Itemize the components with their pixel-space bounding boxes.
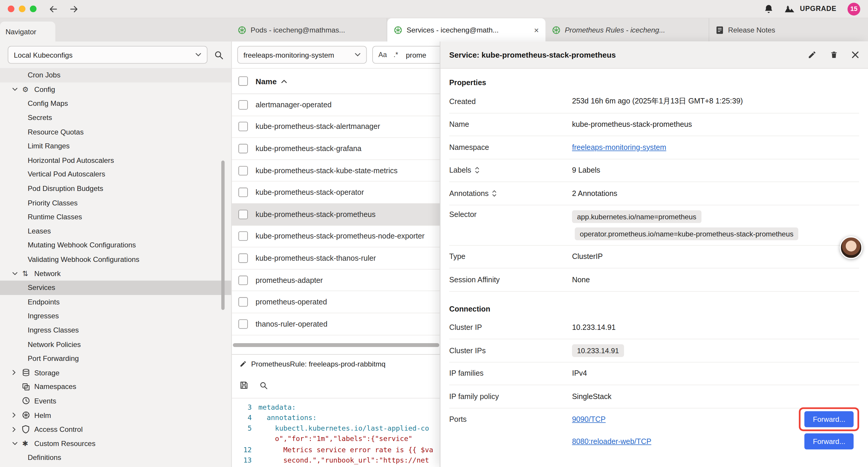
- annotations-label: Annotations: [449, 189, 489, 198]
- match-case-toggle[interactable]: Aa: [378, 51, 387, 59]
- sidebar-item-secrets[interactable]: Secrets: [0, 111, 231, 125]
- namespace-selector[interactable]: freeleaps-monitoring-system: [237, 46, 367, 63]
- sidebar-item-ingresses[interactable]: Ingresses: [0, 309, 231, 323]
- name-column-header[interactable]: Name: [255, 77, 277, 85]
- kubeconfig-selector[interactable]: Local Kubeconfigs: [8, 46, 208, 63]
- sidebar-item-vertical-pod-autoscalers[interactable]: Vertical Pod Autoscalers: [0, 167, 231, 181]
- sidebar-item-validating-webhook-configurations[interactable]: Validating Webhook Configurations: [0, 252, 231, 266]
- sidebar-item-custom-resources[interactable]: ✱ Custom Resources: [0, 436, 231, 450]
- notification-badge[interactable]: 15: [848, 2, 860, 15]
- code-line: second.","runbook_url":"https://net: [258, 455, 429, 466]
- sort-ascending-icon[interactable]: [281, 79, 287, 83]
- sidebar-item-leases[interactable]: Leases: [0, 224, 231, 238]
- storage-icon: [22, 369, 34, 377]
- row-checkbox[interactable]: [239, 188, 248, 197]
- sidebar-item-events[interactable]: Events: [0, 394, 231, 408]
- tab-pods[interactable]: Pods - icecheng@mathmas...: [231, 18, 387, 42]
- sidebar-item-services[interactable]: Services: [0, 281, 231, 295]
- edit-icon[interactable]: [808, 50, 816, 59]
- back-arrow-icon[interactable]: [49, 4, 58, 13]
- code-line: error rate in freeleaps metrics ser: [258, 466, 429, 467]
- cluster-ip-label: Cluster IP: [449, 323, 572, 332]
- zoom-window-button[interactable]: [30, 6, 36, 12]
- tab-release-notes[interactable]: Release Notes: [709, 18, 868, 42]
- sidebar-item-access-control[interactable]: Access Control: [0, 422, 231, 436]
- row-checkbox[interactable]: [239, 144, 248, 153]
- navigator-tree: Cron Jobs ⚙ Config Config Maps Secrets R…: [0, 68, 231, 465]
- tab-prometheus-rules[interactable]: Prometheus Rules - icecheng...: [546, 18, 709, 42]
- chevron-right-icon: [12, 427, 22, 432]
- row-checkbox[interactable]: [239, 254, 248, 263]
- search-icon[interactable]: [214, 50, 224, 59]
- forward-arrow-icon[interactable]: [69, 4, 79, 13]
- asterisk-icon: ✱: [22, 439, 34, 447]
- row-checkbox[interactable]: [239, 231, 248, 241]
- forward-button[interactable]: Forward...: [805, 433, 854, 449]
- expand-collapse-icon[interactable]: [492, 190, 497, 197]
- close-icon[interactable]: [851, 51, 859, 59]
- line-number: 14: [232, 466, 258, 467]
- type-row: Type ClusterIP: [449, 245, 859, 268]
- row-checkbox[interactable]: [239, 275, 248, 285]
- mountain-icon: [784, 5, 795, 13]
- sidebar-item-limit-ranges[interactable]: Limit Ranges: [0, 139, 231, 153]
- chevron-down-icon: [195, 53, 202, 57]
- close-window-button[interactable]: [8, 6, 14, 12]
- port-link[interactable]: 9090/TCP: [572, 415, 606, 423]
- namespace-label: Namespace: [449, 143, 572, 152]
- sidebar-item-priority-classes[interactable]: Priority Classes: [0, 196, 231, 210]
- chevron-right-icon: [12, 412, 22, 418]
- sidebar-scrollbar[interactable]: [221, 160, 224, 310]
- sidebar-item-mutating-webhook-configurations[interactable]: Mutating Webhook Configurations: [0, 238, 231, 252]
- expand-collapse-icon[interactable]: [474, 167, 479, 174]
- created-value: 253d 16h 6m ago (2025年1月13日 GMT+8 1:25:3…: [572, 96, 743, 107]
- sidebar-item-cron-jobs[interactable]: Cron Jobs: [0, 68, 231, 82]
- sidebar-item-helm[interactable]: Helm: [0, 408, 231, 422]
- horizontal-scrollbar[interactable]: [233, 343, 439, 347]
- sidebar-item-storage[interactable]: Storage: [0, 366, 231, 380]
- row-checkbox[interactable]: [239, 319, 248, 329]
- sidebar-item-network[interactable]: ⇅ Network: [0, 266, 231, 281]
- ip-family-policy-row: IP family policy SingleStack: [449, 385, 859, 408]
- port-line: 8080:reloader-web/TCP Forward...: [572, 430, 859, 453]
- navigator-panel-tab[interactable]: Navigator: [0, 22, 55, 42]
- selector-row: Selector app.kubernetes.io/name=promethe…: [449, 205, 859, 245]
- row-checkbox[interactable]: [239, 166, 248, 175]
- row-checkbox[interactable]: [239, 209, 248, 219]
- sidebar-item-network-policies[interactable]: Network Policies: [0, 337, 231, 351]
- upgrade-button[interactable]: UPGRADE: [784, 5, 836, 13]
- save-icon[interactable]: [240, 381, 248, 389]
- row-checkbox[interactable]: [239, 100, 248, 110]
- sidebar-item-resource-quotas[interactable]: Resource Quotas: [0, 125, 231, 139]
- sidebar-item-port-forwarding[interactable]: Port Forwarding: [0, 351, 231, 366]
- regex-toggle[interactable]: .*: [394, 51, 398, 59]
- close-tab-icon[interactable]: ×: [529, 26, 538, 34]
- trash-icon[interactable]: [830, 50, 838, 59]
- sidebar-item-config[interactable]: ⚙ Config: [0, 82, 231, 96]
- tab-services[interactable]: Services - icecheng@math... ×: [387, 18, 546, 42]
- row-checkbox[interactable]: [239, 122, 248, 132]
- port-link[interactable]: 8080:reloader-web/TCP: [572, 437, 651, 445]
- forward-button[interactable]: Forward...: [805, 411, 854, 427]
- ip-families-row: IP families IPv4: [449, 362, 859, 385]
- dock-tab-prometheusrule[interactable]: PrometheusRule: freeleaps-prod-rabbitmq: [232, 354, 445, 373]
- sidebar-item-endpoints[interactable]: Endpoints: [0, 295, 231, 309]
- sidebar-item-namespaces[interactable]: Namespaces: [0, 380, 231, 394]
- row-checkbox[interactable]: [239, 297, 248, 307]
- bell-icon[interactable]: [764, 4, 773, 14]
- sidebar-item-config-maps[interactable]: Config Maps: [0, 96, 231, 111]
- sidebar-item-horizontal-pod-autoscalers[interactable]: Horizontal Pod Autoscalers: [0, 153, 231, 167]
- sidebar-item-ingress-classes[interactable]: Ingress Classes: [0, 323, 231, 337]
- avatar[interactable]: [840, 236, 862, 259]
- minimize-window-button[interactable]: [19, 6, 25, 12]
- session-affinity-label: Session Affinity: [449, 275, 572, 284]
- sidebar-item-definitions[interactable]: Definitions: [0, 450, 231, 465]
- search-icon[interactable]: [259, 381, 268, 389]
- name-label: Name: [449, 120, 572, 128]
- select-all-checkbox[interactable]: [239, 76, 248, 86]
- sidebar-item-runtime-classes[interactable]: Runtime Classes: [0, 210, 231, 224]
- namespace-link[interactable]: freeleaps-monitoring-system: [572, 143, 666, 152]
- helm-wheel-icon: [22, 411, 34, 419]
- sidebar-item-pod-disruption-budgets[interactable]: Pod Disruption Budgets: [0, 181, 231, 196]
- created-label: Created: [449, 97, 572, 106]
